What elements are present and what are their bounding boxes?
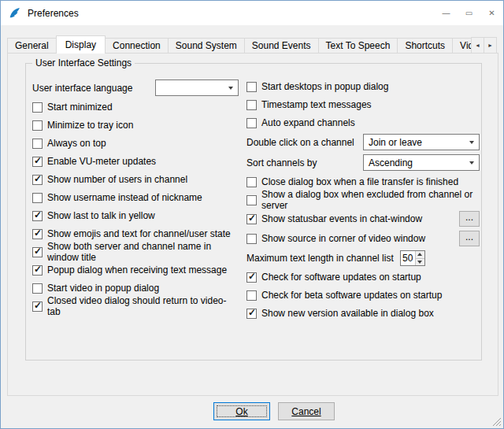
tab-general[interactable]: General (7, 38, 57, 54)
checkbox-box[interactable] (246, 100, 257, 110)
checkbox-auto-expand-channels[interactable]: Auto expand channels (246, 116, 480, 130)
display-tab-pane: User Interface Settings User interface l… (7, 53, 498, 396)
tab-display[interactable]: Display (56, 35, 106, 54)
checkbox-label: Enable VU-meter updates (47, 156, 156, 167)
checkbox-box[interactable] (246, 118, 257, 128)
resize-grip[interactable] (492, 417, 502, 427)
checkbox-box[interactable] (32, 175, 43, 185)
chevron-down-icon (469, 141, 474, 144)
checkbox-closed-video-return-tab[interactable]: Closed video dialog should return to vid… (32, 299, 239, 313)
checkbox-box[interactable] (32, 157, 43, 167)
tab-scroll-right-button[interactable]: ► (484, 37, 497, 54)
checkbox-timestamp-messages[interactable]: Timestamp text messages (246, 98, 480, 112)
checkbox-label: Check for beta software updates on start… (261, 290, 442, 301)
checkbox-box[interactable] (246, 82, 257, 92)
checkbox-box[interactable] (246, 309, 257, 319)
checkbox-label: Show number of users in channel (47, 174, 187, 185)
checkbox-box[interactable] (32, 211, 43, 221)
checkbox-box[interactable] (246, 214, 257, 224)
checkbox-show-user-count[interactable]: Show number of users in channel (32, 172, 239, 187)
ellipsis-icon: ... (465, 215, 473, 220)
tab-text-to-speech[interactable]: Text To Speech (318, 38, 398, 54)
checkbox-excluded-dialog[interactable]: Show a dialog box when excluded from cha… (246, 193, 480, 207)
double-click-label: Double click on a channel (246, 137, 354, 148)
maximize-button[interactable]: ▭ (458, 1, 480, 25)
checkbox-minimize-to-tray[interactable]: Minimize to tray icon (32, 118, 239, 132)
checkbox-label: Show emojis and text for channel/user st… (47, 228, 231, 239)
statusbar-events-options-button[interactable]: ... (459, 211, 480, 227)
checkbox-label: Show new version available in dialog box (261, 308, 434, 319)
checkbox-label: Show source in corner of video window (261, 233, 425, 244)
checkbox-box[interactable] (32, 283, 43, 294)
language-label: User interface language (32, 83, 132, 94)
spinner-buttons (415, 251, 424, 265)
close-button[interactable]: ✕ (480, 1, 503, 25)
checkbox-popup-text-message[interactable]: Popup dialog when receiving text message (32, 263, 239, 277)
max-text-length-spinner[interactable]: 50 (400, 250, 425, 266)
tab-scroll-left-button[interactable]: ◄ (471, 37, 484, 54)
checkbox-label: Auto expand channels (261, 117, 355, 128)
checkbox-always-on-top[interactable]: Always on top (32, 136, 239, 150)
checkbox-label: Start desktops in popup dialog (261, 81, 388, 92)
checkbox-check-updates-startup[interactable]: Check for software updates on startup (246, 270, 480, 284)
left-column: User interface language Start minimized … (32, 80, 239, 313)
tab-shortcuts[interactable]: Shortcuts (397, 38, 453, 54)
checkbox-box[interactable] (246, 234, 257, 244)
spin-up-button[interactable] (416, 251, 424, 258)
checkbox-box[interactable] (32, 247, 43, 257)
ellipsis-icon: ... (465, 235, 473, 239)
checkbox-label: Show last to talk in yellow (47, 210, 155, 221)
checkbox-last-talk-yellow[interactable]: Show last to talk in yellow (32, 209, 239, 223)
ok-button[interactable]: Ok (213, 402, 270, 420)
checkbox-label: Check for software updates on startup (261, 272, 421, 283)
checkbox-statusbar-events[interactable]: Show statusbar events in chat-window ... (246, 211, 480, 227)
tab-sound-system[interactable]: Sound System (168, 38, 245, 54)
checkbox-box[interactable] (32, 301, 43, 312)
checkbox-start-minimized[interactable]: Start minimized (32, 100, 239, 114)
checkbox-box[interactable] (246, 290, 257, 301)
max-text-length-row: Maximum text length in channel list 50 (246, 250, 480, 266)
minimize-button[interactable]: — (435, 1, 458, 25)
checkbox-box[interactable] (32, 120, 43, 131)
tab-connection[interactable]: Connection (105, 38, 169, 54)
checkbox-box[interactable] (32, 229, 43, 239)
window-title: Preferences (28, 8, 79, 19)
checkbox-video-popup[interactable]: Start video in popup dialog (32, 281, 239, 295)
checkbox-box[interactable] (246, 177, 257, 187)
checkbox-label: Timestamp text messages (261, 99, 372, 110)
sort-channels-value: Ascending (369, 157, 413, 168)
checkbox-video-source-corner[interactable]: Show source in corner of video window ..… (246, 231, 480, 246)
double-click-row: Double click on a channel Join or leave (246, 134, 480, 150)
checkbox-label: Start minimized (47, 102, 113, 113)
ok-button-label: Ok (235, 406, 247, 417)
checkbox-vu-meter-updates[interactable]: Enable VU-meter updates (32, 154, 239, 168)
checkbox-box[interactable] (32, 139, 43, 149)
chevron-down-icon (228, 87, 233, 90)
right-column: Start desktops in popup dialog Timestamp… (246, 80, 480, 320)
titlebar[interactable]: Preferences — ▭ ✕ (1, 1, 503, 25)
checkbox-username-instead-nickname[interactable]: Show username instead of nickname (32, 190, 239, 205)
checkbox-box[interactable] (32, 265, 43, 276)
video-source-options-button[interactable]: ... (459, 231, 480, 246)
language-row: User interface language (32, 80, 239, 96)
checkbox-box[interactable] (32, 193, 43, 203)
checkbox-label: Show a dialog box when excluded from cha… (261, 189, 480, 211)
double-click-value: Join or leave (369, 137, 422, 148)
checkbox-new-version-dialog[interactable]: Show new version available in dialog box (246, 306, 480, 320)
checkbox-box[interactable] (246, 195, 257, 205)
app-icon (8, 6, 21, 20)
checkbox-desktops-popup[interactable]: Start desktops in popup dialog (246, 80, 480, 94)
cancel-button[interactable]: Cancel (278, 402, 335, 420)
checkbox-box[interactable] (32, 102, 43, 113)
checkbox-check-beta-updates[interactable]: Check for beta software updates on start… (246, 288, 480, 302)
checkbox-close-on-file-transfer[interactable]: Close dialog box when a file transfer is… (246, 175, 480, 189)
tab-sound-events[interactable]: Sound Events (244, 38, 319, 54)
checkbox-server-channel-window-title[interactable]: Show both server and channel name in win… (32, 245, 239, 259)
sort-channels-combobox[interactable]: Ascending (363, 154, 480, 171)
checkbox-emojis-text-state[interactable]: Show emojis and text for channel/user st… (32, 227, 239, 241)
spin-down-button[interactable] (416, 258, 424, 266)
checkbox-box[interactable] (246, 272, 257, 283)
double-click-combobox[interactable]: Join or leave (363, 134, 480, 150)
language-combobox[interactable] (155, 80, 239, 96)
tab-bar: General Display Connection Sound System … (7, 35, 498, 54)
